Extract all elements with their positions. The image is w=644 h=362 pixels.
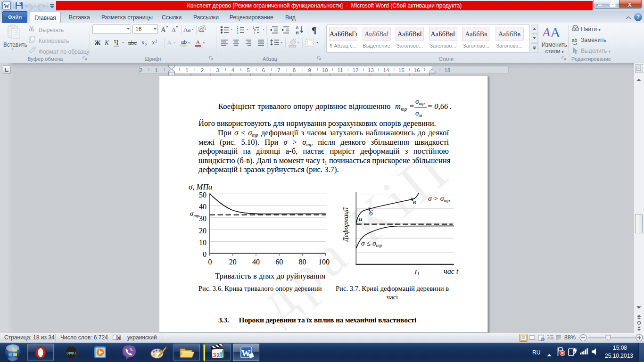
svg-text:40: 40 (199, 203, 206, 211)
svg-text:(qmp): (qmp) (66, 351, 76, 355)
svg-text:60: 60 (275, 258, 283, 266)
svg-text:15: 15 (398, 67, 405, 73)
svg-text:σтр: σтр (190, 210, 199, 218)
svg-text:σ ≤ σтр: σ ≤ σтр (361, 239, 382, 248)
svg-text:2: 2 (201, 67, 204, 73)
svg-text:7: 7 (277, 67, 280, 73)
svg-text:0: 0 (208, 258, 212, 266)
svg-text:100: 100 (318, 258, 330, 266)
svg-text:σ, МПа: σ, МПа (189, 182, 212, 191)
svg-text:3: 3 (216, 67, 219, 73)
svg-text:8: 8 (293, 67, 296, 73)
svg-text:6: 6 (262, 67, 265, 73)
svg-text:Деформації: Деформації (342, 207, 349, 243)
svg-text:2: 2 (140, 67, 142, 73)
svg-text:б: б (369, 209, 373, 217)
svg-text:30: 30 (199, 214, 206, 222)
svg-text:10: 10 (322, 67, 328, 73)
svg-text:13: 13 (368, 67, 374, 73)
svg-text:час t: час t (444, 267, 459, 275)
svg-text:12: 12 (353, 67, 359, 73)
svg-text:Тривалість в днях до руйнуванн: Тривалість в днях до руйнування (215, 272, 325, 280)
svg-text:1: 1 (185, 67, 188, 73)
svg-text:а: а (359, 214, 363, 222)
svg-text:11: 11 (338, 67, 343, 73)
svg-text:14: 14 (383, 67, 389, 73)
svg-text:W: W (241, 348, 250, 358)
svg-text:10: 10 (199, 239, 206, 247)
svg-text:2: 2 (216, 352, 220, 359)
svg-text:18: 18 (445, 67, 451, 73)
svg-text:40: 40 (252, 258, 260, 266)
svg-text:1: 1 (155, 67, 157, 73)
svg-text:20: 20 (199, 227, 206, 235)
svg-text:16: 16 (414, 67, 420, 73)
svg-text:80: 80 (298, 258, 306, 266)
svg-text:в: в (413, 197, 416, 206)
svg-text:0: 0 (203, 250, 206, 258)
svg-text:9: 9 (308, 67, 311, 73)
svg-text:5: 5 (247, 67, 249, 73)
svg-text:σ > σтр: σ > σтр (428, 194, 450, 203)
svg-text:50: 50 (199, 191, 206, 199)
svg-text:20: 20 (229, 258, 237, 266)
svg-text:t1: t1 (415, 268, 420, 276)
svg-text:4: 4 (231, 67, 235, 73)
